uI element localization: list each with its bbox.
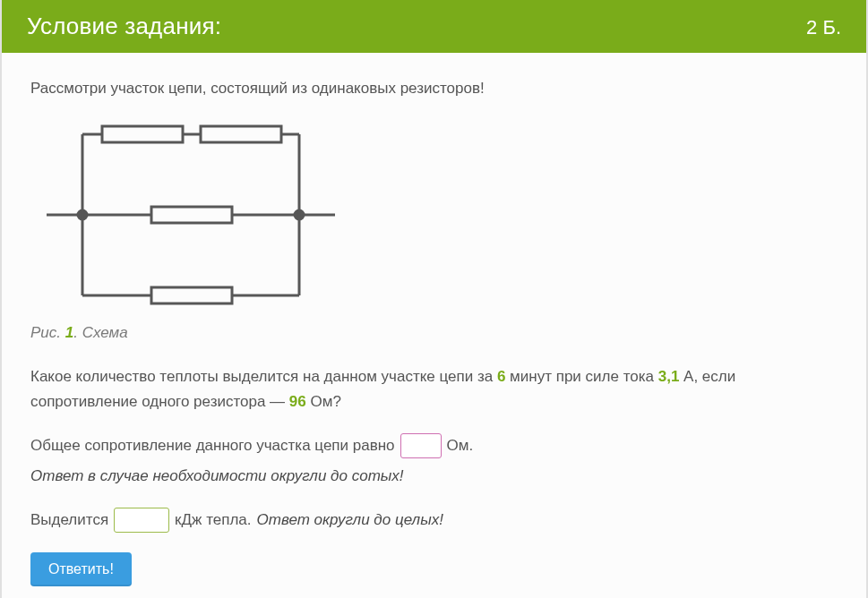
answer-line-heat: Выделится кДж тепла. Ответ округли до це…: [30, 508, 838, 533]
header-points: 2 Б.: [806, 16, 841, 39]
q1-minutes: 6: [497, 368, 505, 385]
svg-rect-9: [201, 126, 281, 142]
resistance-input[interactable]: [400, 433, 442, 458]
figure-caption: Рис. 1. Схема: [30, 320, 838, 345]
q2-hint: Ответ в случае необходимости округли до …: [30, 464, 404, 488]
task-card: Условие задания: 2 Б. Рассмотри участок …: [0, 0, 868, 598]
caption-prefix: Рис.: [30, 324, 65, 341]
q2-before: Общее сопротивление данного участка цепи…: [30, 433, 395, 457]
circuit-svg: [30, 116, 335, 313]
circuit-figure: [30, 116, 838, 313]
q1-part-a: Какое количество теплоты выделится на да…: [30, 368, 497, 385]
q1-current: 3,1: [658, 368, 680, 385]
answer-line-resistance: Общее сопротивление данного участка цепи…: [30, 433, 838, 488]
q1-resistance: 96: [289, 393, 306, 410]
intro-text: Рассмотри участок цепи, состоящий из оди…: [30, 76, 838, 100]
header-title: Условие задания:: [27, 13, 221, 40]
heat-input[interactable]: [114, 508, 169, 533]
caption-number: 1: [65, 324, 73, 341]
q3-before: Выделится: [30, 508, 108, 532]
task-header: Условие задания: 2 Б.: [2, 0, 866, 53]
svg-rect-7: [102, 126, 183, 142]
q1-part-d: Ом?: [306, 393, 341, 410]
submit-button[interactable]: Ответить!: [30, 552, 132, 586]
q3-hint: Ответ округли до целых!: [257, 508, 443, 532]
question-text: Какое количество теплоты выделится на да…: [30, 364, 838, 413]
svg-rect-17: [151, 287, 232, 303]
svg-rect-12: [151, 207, 232, 223]
caption-suffix: . Схема: [73, 324, 127, 341]
q3-after: кДж тепла.: [175, 508, 251, 532]
task-content: Рассмотри участок цепи, состоящий из оди…: [2, 53, 866, 598]
q1-part-b: минут при силе тока: [505, 368, 657, 385]
q2-after: Ом.: [447, 433, 474, 457]
